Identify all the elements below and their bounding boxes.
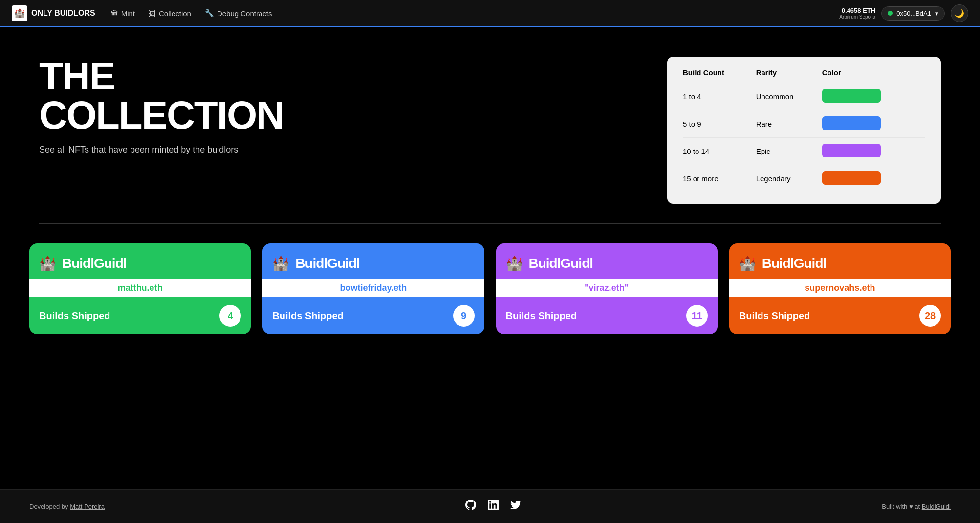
- rarity-color-cell: [822, 165, 925, 193]
- card-top: 🏰 BuidlGuidl: [496, 243, 718, 279]
- nav-right: 0.4658 ETH Arbitrum Sepolia 0x50...BdA1 …: [839, 4, 968, 22]
- nav-collection[interactable]: 🖼 Collection: [149, 9, 191, 18]
- hero-subtitle: See all NFTs that have been minted by th…: [39, 145, 648, 155]
- col-color: Color: [822, 68, 925, 83]
- rarity-color-bar: [822, 116, 881, 130]
- wallet-status-dot: [888, 11, 893, 16]
- card-name-bar: supernovahs.eth: [729, 279, 951, 297]
- rarity-row: 15 or more Legendary: [683, 165, 925, 193]
- rarity-row: 1 to 4 Uncommon: [683, 83, 925, 110]
- rarity-range: 5 to 9: [683, 110, 756, 138]
- rarity-range: 10 to 14: [683, 138, 756, 165]
- eth-balance: 0.4658 ETH: [839, 7, 875, 14]
- rarity-label: Rare: [756, 110, 822, 138]
- hero-left: THECOLLECTION See all NFTs that have bee…: [39, 57, 648, 155]
- logo-text: ONLY BUIDLORS: [31, 9, 95, 18]
- nav-mint[interactable]: 🏛 Mint: [111, 9, 135, 18]
- card-name-bar: matthu.eth: [29, 279, 251, 297]
- card-footer: Builds Shipped 11: [496, 297, 718, 334]
- card-name-bar: bowtiefriday.eth: [262, 279, 484, 297]
- hero-section: THECOLLECTION See all NFTs that have bee…: [0, 27, 980, 223]
- card-brand: BuidlGuidl: [295, 256, 360, 271]
- builds-count-badge: 11: [686, 305, 708, 327]
- rarity-row: 10 to 14 Epic: [683, 138, 925, 165]
- footer-developer-link[interactable]: Matt Pereira: [70, 503, 105, 510]
- rarity-range: 15 or more: [683, 165, 756, 193]
- mint-icon: 🏛: [111, 9, 118, 18]
- card-top: 🏰 BuidlGuidl: [262, 243, 484, 279]
- rarity-color-cell: [822, 110, 925, 138]
- navbar: 🏰 ONLY BUIDLORS 🏛 Mint 🖼 Collection 🔧 De…: [0, 0, 980, 27]
- nft-card[interactable]: 🏰 BuidlGuidl matthu.eth Builds Shipped 4: [29, 243, 251, 334]
- castle-icon: 🏰: [272, 255, 289, 271]
- github-icon[interactable]: [465, 500, 476, 513]
- builds-count-badge: 28: [919, 305, 941, 327]
- card-brand: BuidlGuidl: [62, 256, 127, 271]
- wallet-info: 0.4658 ETH Arbitrum Sepolia: [839, 7, 875, 20]
- card-brand: BuidlGuidl: [762, 256, 827, 271]
- card-name-bar: "viraz.eth": [496, 279, 718, 297]
- rarity-table: Build Count Rarity Color 1 to 4 Uncommon…: [667, 57, 941, 204]
- card-footer: Builds Shipped 28: [729, 297, 951, 334]
- card-footer: Builds Shipped 4: [29, 297, 251, 334]
- builds-shipped-label: Builds Shipped: [272, 310, 344, 322]
- linkedin-icon[interactable]: [488, 500, 499, 513]
- theme-toggle-button[interactable]: 🌙: [951, 4, 968, 22]
- nft-cards-grid: 🏰 BuidlGuidl matthu.eth Builds Shipped 4…: [29, 243, 951, 334]
- nav-links: 🏛 Mint 🖼 Collection 🔧 Debug Contracts: [111, 9, 824, 18]
- wallet-badge[interactable]: 0x50...BdA1 ▾: [881, 6, 945, 21]
- rarity-color-bar: [822, 89, 881, 103]
- rarity-label: Epic: [756, 138, 822, 165]
- card-top: 🏰 BuidlGuidl: [729, 243, 951, 279]
- nav-logo[interactable]: 🏰 ONLY BUIDLORS: [12, 5, 95, 21]
- col-build-count: Build Count: [683, 68, 756, 83]
- nft-card[interactable]: 🏰 BuidlGuidl bowtiefriday.eth Builds Shi…: [262, 243, 484, 334]
- col-rarity: Rarity: [756, 68, 822, 83]
- network-label: Arbitrum Sepolia: [839, 14, 875, 20]
- builds-shipped-label: Builds Shipped: [506, 310, 577, 322]
- builds-shipped-label: Builds Shipped: [739, 310, 810, 322]
- rarity-color-cell: [822, 138, 925, 165]
- rarity-table-container: Build Count Rarity Color 1 to 4 Uncommon…: [667, 57, 941, 204]
- debug-icon: 🔧: [205, 9, 214, 18]
- card-footer: Builds Shipped 9: [262, 297, 484, 334]
- castle-icon: 🏰: [739, 255, 756, 271]
- footer-buidlguidl-link[interactable]: BuidlGuidl: [922, 503, 951, 510]
- wallet-address: 0x50...BdA1: [896, 10, 931, 17]
- twitter-icon[interactable]: [510, 500, 521, 513]
- rarity-label: Uncommon: [756, 83, 822, 110]
- footer-right: Built with ♥ at BuidlGuidl: [882, 503, 951, 510]
- moon-icon: 🌙: [955, 9, 964, 18]
- rarity-color-bar: [822, 171, 881, 185]
- nav-debug[interactable]: 🔧 Debug Contracts: [205, 9, 272, 18]
- hero-title: THECOLLECTION: [39, 57, 648, 135]
- footer-left: Developed by Matt Pereira: [29, 503, 105, 510]
- rarity-color-cell: [822, 83, 925, 110]
- cards-section: 🏰 BuidlGuidl matthu.eth Builds Shipped 4…: [0, 224, 980, 364]
- rarity-range: 1 to 4: [683, 83, 756, 110]
- rarity-color-bar: [822, 144, 881, 157]
- collection-icon: 🖼: [149, 9, 156, 18]
- chevron-down-icon: ▾: [935, 10, 938, 17]
- rarity-label: Legendary: [756, 165, 822, 193]
- nft-card[interactable]: 🏰 BuidlGuidl "viraz.eth" Builds Shipped …: [496, 243, 718, 334]
- builds-count-badge: 9: [453, 305, 475, 327]
- builds-shipped-label: Builds Shipped: [39, 310, 110, 322]
- card-brand: BuidlGuidl: [529, 256, 593, 271]
- logo-icon: 🏰: [12, 5, 27, 21]
- nft-card[interactable]: 🏰 BuidlGuidl supernovahs.eth Builds Ship…: [729, 243, 951, 334]
- castle-icon: 🏰: [506, 255, 523, 271]
- castle-icon: 🏰: [39, 255, 56, 271]
- footer-social-links: [465, 500, 521, 513]
- rarity-row: 5 to 9 Rare: [683, 110, 925, 138]
- footer: Developed by Matt Pereira Built with ♥ a…: [0, 489, 980, 523]
- builds-count-badge: 4: [219, 305, 241, 327]
- card-top: 🏰 BuidlGuidl: [29, 243, 251, 279]
